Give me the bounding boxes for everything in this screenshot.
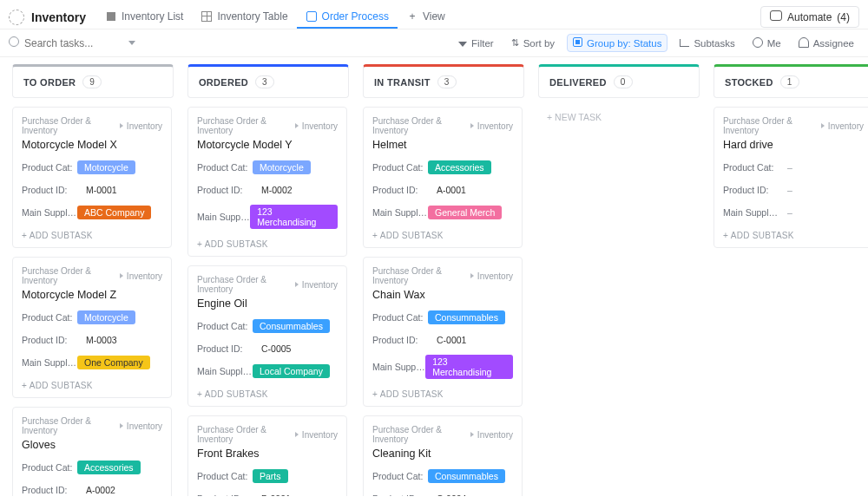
breadcrumb: Purchase Order & InventoryInventory	[197, 116, 338, 135]
search-input[interactable]	[24, 37, 120, 49]
automate-button[interactable]: Automate (4)	[760, 6, 859, 28]
field-row: Product ID:–	[723, 182, 864, 198]
add-subtask-button[interactable]: + ADD SUBTASK	[723, 227, 864, 240]
page-title-block: Inventory	[9, 10, 86, 25]
field-row: Main Suppliers:–	[723, 205, 864, 220]
add-subtask-button[interactable]: + ADD SUBTASK	[197, 386, 338, 399]
breadcrumb-child: Inventory	[477, 271, 513, 281]
chevron-down-icon[interactable]	[128, 41, 135, 45]
card-title: Gloves	[22, 439, 162, 451]
groupby-label: Group by: Status	[587, 38, 661, 49]
field-row: Product ID:C-0005	[197, 341, 338, 356]
breadcrumb-child: Inventory	[127, 121, 162, 131]
task-card[interactable]: Purchase Order & InventoryInventoryChain…	[363, 257, 523, 407]
field-label: Product ID:	[372, 185, 428, 195]
tab-inventory-table[interactable]: Inventory Table	[192, 5, 296, 29]
task-card[interactable]: Purchase Order & InventoryInventoryHard …	[713, 107, 868, 248]
column-title: STOCKED	[725, 77, 773, 88]
task-card[interactable]: Purchase Order & InventoryInventoryClean…	[363, 415, 523, 496]
tab-label: Inventory List	[122, 10, 183, 23]
add-subtask-button[interactable]: + ADD SUBTASK	[22, 377, 162, 390]
breadcrumb-child: Inventory	[828, 121, 864, 131]
table-icon	[201, 10, 213, 23]
field-row: Main Suppliers:ABC Company	[22, 205, 162, 220]
column-title: DELIVERED	[549, 77, 607, 88]
sortby-button[interactable]: Sort by	[506, 35, 560, 51]
breadcrumb-parent: Purchase Order & Inventory	[372, 425, 467, 444]
column-body: Purchase Order & InventoryInventoryHelme…	[363, 107, 524, 496]
add-subtask-button[interactable]: + ADD SUBTASK	[22, 227, 162, 240]
subtasks-button[interactable]: Subtasks	[674, 36, 740, 51]
field-label: Main Suppliers:	[723, 207, 779, 218]
list-icon	[105, 10, 117, 23]
board-column: STOCKED1Purchase Order & InventoryInvent…	[713, 64, 868, 496]
kanban-board: TO ORDER9Purchase Order & InventoryInven…	[0, 57, 868, 503]
field-label: Main Suppliers:	[197, 212, 250, 222]
tag-pill: ABC Company	[77, 206, 151, 219]
tag-pill: Motorcycle	[77, 310, 135, 324]
assignee-label: Assignee	[813, 38, 854, 49]
task-card[interactable]: Purchase Order & InventoryInventoryEngin…	[187, 265, 347, 407]
add-subtask-button[interactable]: + ADD SUBTASK	[372, 227, 513, 240]
tab-add-view[interactable]: View	[398, 5, 454, 29]
breadcrumb-child: Inventory	[477, 430, 513, 440]
tag-pill: One Company	[77, 356, 150, 369]
chevron-right-icon	[120, 273, 123, 278]
task-card[interactable]: Purchase Order & InventoryInventoryHelme…	[363, 107, 523, 248]
tag-pill: Consummables	[428, 310, 505, 324]
column-header[interactable]: STOCKED1	[713, 64, 868, 98]
tag-pill: Local Company	[253, 364, 330, 378]
task-card[interactable]: Purchase Order & InventoryInventoryMotor…	[12, 257, 172, 398]
tag-pill: General Merch	[428, 206, 502, 219]
add-subtask-button[interactable]: + ADD SUBTASK	[197, 236, 338, 249]
field-label: Main Suppliers:	[22, 207, 77, 218]
me-button[interactable]: Me	[747, 35, 786, 52]
tab-inventory-list[interactable]: Inventory List	[96, 5, 192, 29]
field-row: Product Cat:Accessories	[22, 460, 162, 475]
column-body: Purchase Order & InventoryInventoryMotor…	[12, 107, 174, 496]
column-header[interactable]: TO ORDER9	[12, 64, 174, 98]
product-id-value: P-0001	[253, 493, 291, 496]
column-count: 0	[614, 75, 633, 88]
task-card[interactable]: Purchase Order & InventoryInventoryGlove…	[12, 407, 172, 496]
field-row: Product ID:M-0001	[22, 182, 162, 198]
product-id-value: C-0004	[428, 493, 466, 496]
person-icon	[753, 37, 763, 49]
breadcrumb: Purchase Order & InventoryInventory	[372, 425, 513, 444]
breadcrumb-parent: Purchase Order & Inventory	[197, 116, 292, 135]
column-header[interactable]: DELIVERED0	[538, 64, 700, 98]
breadcrumb: Purchase Order & InventoryInventory	[197, 275, 338, 294]
card-title: Motorcycle Model X	[22, 139, 162, 151]
empty-value: –	[779, 207, 792, 218]
automate-count: (4)	[837, 11, 850, 23]
tab-order-process[interactable]: Order Process	[297, 5, 398, 29]
field-label: Product ID:	[372, 493, 428, 496]
field-row: Product Cat:–	[723, 160, 864, 175]
field-row: Product ID:M-0003	[22, 332, 162, 348]
breadcrumb-parent: Purchase Order & Inventory	[22, 266, 116, 285]
column-header[interactable]: ORDERED3	[187, 64, 349, 98]
filter-button[interactable]: Filter	[453, 36, 499, 51]
breadcrumb-child: Inventory	[127, 271, 162, 281]
column-body: + NEW TASK	[538, 107, 700, 127]
tab-label: View	[423, 10, 445, 23]
board-column: IN TRANSIT3Purchase Order & InventoryInv…	[363, 64, 524, 496]
task-card[interactable]: Purchase Order & InventoryInventoryFront…	[187, 415, 347, 496]
groupby-button[interactable]: Group by: Status	[567, 34, 667, 52]
add-subtask-button[interactable]: + ADD SUBTASK	[372, 386, 513, 399]
task-card[interactable]: Purchase Order & InventoryInventoryMotor…	[12, 107, 172, 248]
assignee-button[interactable]: Assignee	[793, 35, 859, 52]
column-header[interactable]: IN TRANSIT3	[363, 64, 524, 98]
field-row: Product Cat:Consummables	[372, 468, 513, 484]
task-card[interactable]: Purchase Order & InventoryInventoryMotor…	[187, 107, 347, 257]
breadcrumb: Purchase Order & InventoryInventory	[372, 266, 513, 285]
breadcrumb-child: Inventory	[302, 280, 338, 290]
field-label: Main Suppliers:	[372, 362, 425, 372]
view-tabs: Inventory List Inventory Table Order Pro…	[96, 5, 454, 29]
new-task-button[interactable]: + NEW TASK	[538, 107, 698, 127]
breadcrumb-child: Inventory	[477, 121, 513, 131]
subtasks-label: Subtasks	[694, 38, 734, 49]
field-row: Product ID:C-0001	[372, 332, 513, 348]
tag-pill: Parts	[253, 469, 288, 483]
plus-icon	[406, 10, 418, 23]
